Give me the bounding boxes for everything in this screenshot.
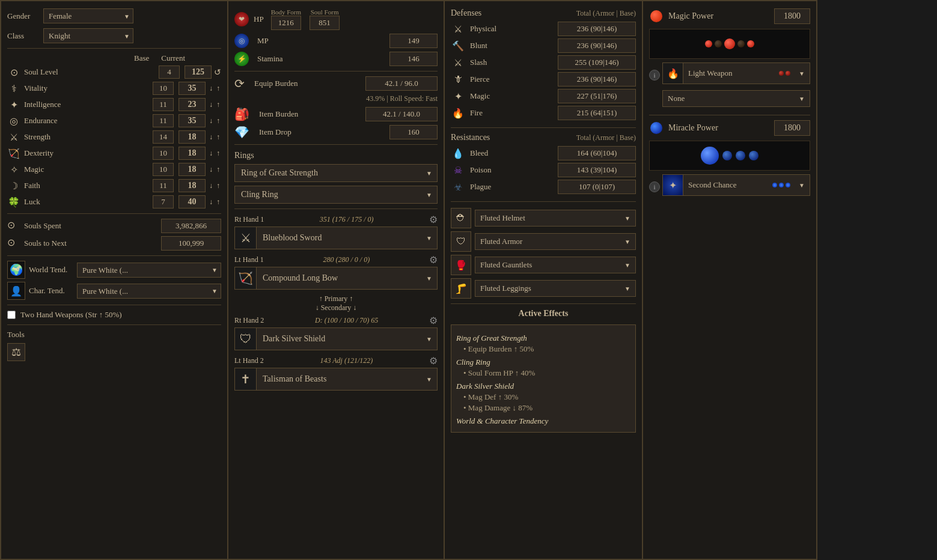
world-tendency-select[interactable]: Pure White (... White Neutral Black Pure…	[77, 263, 221, 278]
lt-hand2-label-row: Lt Hand 2 143 Adj (121/122) ⚙	[234, 355, 438, 367]
rt-hand2-slot: Rt Hand 2 D: (100 / 100 / 70) 65 ⚙ 🛡 Dar…	[234, 315, 438, 350]
rt-hand1-weapon[interactable]: ⚔ Blueblood Sword ▼	[234, 227, 438, 249]
miracle-orb-large	[701, 147, 719, 165]
stat-current-vitality: 35	[179, 82, 206, 95]
scales-tool-icon[interactable]: ⚖	[7, 343, 25, 361]
leggings-dropdown[interactable]: Fluted Leggings ▼	[475, 280, 636, 297]
vitality-up-button[interactable]: ↑	[215, 85, 221, 92]
ring1-arrow[interactable]: ▼	[421, 166, 437, 180]
blueblood-sword-icon: ⚔	[235, 227, 257, 249]
hp-label: HP	[254, 14, 264, 24]
gender-row: Gender Female Male	[7, 8, 221, 23]
class-select[interactable]: Knight Royalty Warrior	[43, 28, 133, 43]
world-tendency-dropdown-wrapper[interactable]: Pure White (... White Neutral Black Pure…	[77, 263, 221, 278]
intelligence-down-button[interactable]: ↓	[208, 101, 214, 108]
two-hand-row: Two Hand Weapons (Str ↑ 50%)	[7, 310, 221, 320]
lt-hand1-arrow[interactable]: ▼	[421, 272, 437, 285]
stamina-value: 146	[389, 52, 438, 66]
leggings-name: Fluted Leggings	[475, 281, 620, 296]
light-weapon-name: Light Weapon	[683, 65, 775, 81]
lt-hand1-weapon[interactable]: 🏹 Compound Long Bow ▼	[234, 267, 438, 290]
light-weapon-arrow[interactable]: ▼	[794, 67, 810, 80]
intelligence-up-button[interactable]: ↑	[215, 101, 221, 108]
body-form-label: Body Form	[271, 8, 301, 16]
defense-magic: ✦ Magic 227 (51|176)	[451, 89, 636, 103]
helmet-dropdown[interactable]: Fluted Helmet ▼	[475, 210, 636, 227]
souls-spent-row: ⊙ Souls Spent 3,982,866	[7, 219, 221, 233]
char-tendency-select[interactable]: Pure White (... White Neutral Black Pure…	[77, 284, 221, 299]
stats-panel: Gender Female Male Class Knight Royalty …	[0, 0, 228, 560]
stat-current-magic: 18	[179, 163, 206, 176]
rt-hand2-label-row: Rt Hand 2 D: (100 / 100 / 70) 65 ⚙	[234, 315, 438, 326]
faith-up-button[interactable]: ↑	[215, 182, 221, 189]
leggings-arrow[interactable]: ▼	[620, 282, 635, 295]
second-chance-slot[interactable]: ✦ Second Chance ▼	[662, 174, 810, 196]
dexterity-down-button[interactable]: ↓	[208, 150, 214, 157]
strength-up-button[interactable]: ↑	[215, 133, 221, 141]
miracle-power-value: 1800	[774, 120, 810, 136]
none-arrow[interactable]: ▼	[794, 93, 810, 105]
magic-orb-3	[724, 38, 735, 49]
two-hand-checkbox[interactable]	[7, 311, 16, 319]
ring1-slot[interactable]: Ring of Great Strength ▼	[234, 164, 438, 182]
resist-total-header: Total (Armor | Base)	[576, 133, 636, 142]
soul-level-reset-button[interactable]: ↺	[214, 67, 221, 77]
souls-spent-label: Souls Spent	[24, 221, 161, 231]
gender-select[interactable]: Female Male	[43, 8, 133, 23]
lt-hand1-label-row: Lt Hand 1 280 (280 / 0 / 0) ⚙	[234, 254, 438, 266]
active-effects-list[interactable]: Ring of Great Strength Equip Burden ↑ 50…	[451, 324, 636, 433]
magic-up-button[interactable]: ↑	[215, 166, 221, 173]
strength-down-button[interactable]: ↓	[208, 133, 214, 141]
stat-name-intelligence: Intelligence	[24, 100, 153, 109]
lt-hand2-arrow[interactable]: ▼	[421, 373, 437, 386]
faith-down-button[interactable]: ↓	[208, 182, 214, 189]
class-dropdown-wrapper[interactable]: Knight Royalty Warrior	[43, 28, 133, 43]
ring2-slot[interactable]: Cling Ring ▼	[234, 186, 438, 204]
stat-row-dexterity: 🏹 Dexterity 10 18 ↓ ↑	[7, 147, 221, 160]
defense-slash: ⚔ Slash 255 (109|146)	[451, 55, 636, 70]
rt-hand2-weapon-name: Dark Silver Shield	[257, 330, 421, 347]
gauntlets-name: Fluted Gauntlets	[475, 257, 620, 273]
gauntlets-arrow[interactable]: ▼	[620, 259, 635, 272]
rt-hand2-weapon[interactable]: 🛡 Dark Silver Shield ▼	[234, 327, 438, 350]
rt-hand2-arrow[interactable]: ▼	[421, 332, 437, 346]
item-burden-value: 42.1 / 140.0	[365, 107, 438, 121]
luck-down-button[interactable]: ↓	[208, 198, 214, 205]
light-weapon-slot[interactable]: 🔥 Light Weapon ▼	[662, 62, 810, 84]
vitality-down-button[interactable]: ↓	[208, 85, 214, 92]
rt-hand1-stats: 351 (176 / 175 / 0)	[320, 215, 374, 224]
none-slot[interactable]: None ▼	[662, 90, 810, 107]
second-chance-info-button[interactable]: i	[649, 181, 660, 192]
light-weapon-info-button[interactable]: i	[649, 70, 660, 81]
resist-plague: ☣ Plague 107 (0|107)	[451, 180, 636, 194]
endurance-up-button[interactable]: ↑	[215, 117, 221, 124]
ring2-arrow[interactable]: ▼	[421, 188, 437, 202]
gauntlets-dropdown[interactable]: Fluted Gauntlets ▼	[475, 257, 636, 273]
tools-label: Tools	[7, 330, 221, 339]
chest-arrow[interactable]: ▼	[620, 236, 635, 248]
defenses-section: Defenses Total (Armor | Base) ⚔ Physical…	[451, 8, 636, 120]
lt-hand1-icon: ⚙	[429, 254, 438, 266]
defense-physical: ⚔ Physical 236 (90|146)	[451, 22, 636, 36]
light-weapon-dot-2	[786, 71, 790, 76]
rt-hand1-arrow[interactable]: ▼	[421, 231, 437, 245]
magic-down-button[interactable]: ↓	[208, 166, 214, 173]
stat-name-dexterity: Dexterity	[24, 148, 153, 158]
second-chance-arrow[interactable]: ▼	[794, 179, 810, 192]
gender-dropdown-wrapper[interactable]: Female Male	[43, 8, 133, 23]
dexterity-up-button[interactable]: ↑	[215, 150, 221, 157]
resist-bleed: 💧 Bleed 164 (60|104)	[451, 146, 636, 160]
luck-up-button[interactable]: ↑	[215, 198, 221, 205]
lt-hand1-stats: 280 (280 / 0 / 0)	[323, 255, 370, 264]
chest-dropdown[interactable]: Fluted Armor ▼	[475, 233, 636, 250]
char-tendency-dropdown-wrapper[interactable]: Pure White (... White Neutral Black Pure…	[77, 284, 221, 299]
lt-hand2-weapon[interactable]: ✝ Talisman of Beasts ▼	[234, 368, 438, 391]
helmet-arrow[interactable]: ▼	[620, 212, 635, 225]
stat-name-strength: Strength	[24, 132, 153, 142]
souls-next-row: ⊙ Souls to Next 100,999	[7, 236, 221, 251]
slash-defense-icon: ⚔	[451, 55, 465, 70]
gauntlets-row: 🥊 Fluted Gauntlets ▼	[451, 255, 636, 275]
mp-label: MP	[257, 36, 385, 46]
physical-defense-value: 236 (90|146)	[558, 22, 636, 36]
endurance-down-button[interactable]: ↓	[208, 117, 214, 124]
